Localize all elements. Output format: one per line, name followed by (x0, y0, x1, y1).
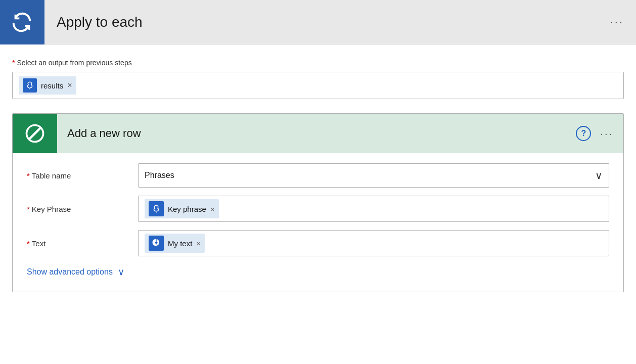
output-input-box[interactable]: results × (12, 72, 624, 99)
table-name-value: Phrases (145, 171, 174, 180)
results-chip-close[interactable]: × (67, 81, 72, 89)
app-container: Apply to each ··· *Select an output from… (0, 0, 636, 364)
cognitive-icon (25, 81, 34, 90)
header-more-button[interactable]: ··· (610, 16, 624, 29)
pointer-icon (152, 239, 161, 248)
card-header-title: Add a new row (67, 127, 576, 140)
select-output-label: *Select an output from previous steps (12, 59, 624, 67)
key-phrase-chip-label: Key phrase (168, 205, 206, 213)
text-row: *Text My text × (27, 230, 609, 256)
my-text-chip-label: My text (168, 239, 192, 248)
key-phrase-input[interactable]: Key phrase × (138, 196, 609, 222)
results-chip-icon (23, 78, 37, 93)
help-icon-label: ? (581, 129, 586, 138)
header-title: Apply to each (57, 14, 610, 30)
my-text-chip[interactable]: My text × (145, 234, 205, 253)
key-phrase-chip-icon (149, 201, 164, 216)
header-icon-box (0, 0, 44, 44)
key-phrase-chip[interactable]: Key phrase × (145, 199, 219, 218)
card-header: Add a new row ? ··· (13, 114, 623, 153)
help-button[interactable]: ? (576, 126, 591, 141)
table-name-label: *Table name (27, 171, 138, 180)
key-phrase-row: *Key Phrase Key phrase × (27, 196, 609, 222)
cognitive-icon-2 (152, 204, 161, 213)
required-star: * (12, 59, 15, 67)
show-advanced-label: Show advanced options (27, 267, 113, 277)
show-advanced-button[interactable]: Show advanced options ∨ (27, 266, 609, 278)
my-text-chip-close[interactable]: × (196, 239, 201, 248)
key-phrase-label: *Key Phrase (27, 205, 138, 213)
table-name-dropdown[interactable]: Phrases ∨ (138, 163, 609, 188)
card-more-button[interactable]: ··· (600, 128, 613, 140)
key-phrase-chip-close[interactable]: × (210, 205, 215, 213)
table-name-row: *Table name Phrases ∨ (27, 163, 609, 188)
my-text-chip-icon (149, 236, 164, 251)
show-advanced-arrow-icon: ∨ (118, 266, 124, 278)
dropdown-arrow-icon: ∨ (595, 169, 603, 181)
results-chip-label: results (41, 81, 63, 90)
results-chip[interactable]: results × (19, 76, 76, 95)
dataverse-icon (24, 122, 46, 145)
text-label: *Text (27, 239, 138, 248)
card-header-actions: ? ··· (576, 126, 613, 141)
main-content: *Select an output from previous steps re… (0, 44, 636, 306)
loop-icon (11, 11, 34, 34)
text-input[interactable]: My text × (138, 230, 609, 256)
card-body: *Table name Phrases ∨ *Key Phrase (13, 153, 623, 292)
add-new-row-card: Add a new row ? ··· *Table name Phrases (12, 113, 624, 292)
header-bar: Apply to each ··· (0, 0, 636, 44)
card-header-icon-box (13, 114, 57, 153)
